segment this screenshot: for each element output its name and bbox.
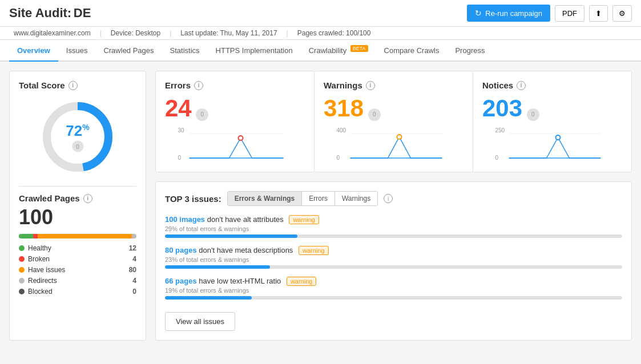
healthy-dot xyxy=(19,245,25,251)
divider xyxy=(19,186,136,187)
notices-chart: 250 0 xyxy=(482,127,622,163)
total-score-info-icon[interactable]: i xyxy=(68,81,78,90)
header: Site Audit: DE ↻ Re-run campaign PDF ⬆ ⚙ xyxy=(0,0,641,27)
bar-healthy xyxy=(19,234,33,238)
tab-crawled-pages[interactable]: Crawled Pages xyxy=(95,41,162,62)
bar-have-issues xyxy=(38,234,132,238)
crawled-pages-label: Crawled Pages xyxy=(19,193,80,203)
warnings-chart-svg: 400 0 xyxy=(324,127,463,161)
total-score-title: Total Score i xyxy=(19,80,136,90)
tab-errors-only[interactable]: Errors xyxy=(302,192,335,205)
svg-text:0: 0 xyxy=(178,155,182,161)
legend: Healthy 12 Broken 4 Have issues 80 xyxy=(19,244,136,296)
errors-info-icon[interactable]: i xyxy=(194,81,203,90)
tab-issues[interactable]: Issues xyxy=(58,41,96,62)
issue-3-bar-container xyxy=(165,296,622,300)
errors-card: Errors i 24 0 30 0 xyxy=(155,71,315,172)
svg-point-11 xyxy=(397,135,402,139)
notices-value: 203 xyxy=(482,95,522,122)
issue-2-bar xyxy=(165,265,270,269)
broken-count: 4 xyxy=(132,255,136,263)
svg-text:30: 30 xyxy=(178,127,185,134)
bar-redirects xyxy=(132,234,136,238)
site-audit-name: DE xyxy=(74,6,91,20)
blocked-label: Blocked xyxy=(28,288,53,296)
issue-2-desc: don't have meta descriptions xyxy=(199,246,293,254)
issue-3-bar xyxy=(165,296,252,300)
errors-value: 24 xyxy=(165,95,192,122)
crawled-pages-bar xyxy=(19,234,136,238)
issues-info-icon[interactable]: i xyxy=(384,194,393,203)
tab-compare-crawls[interactable]: Compare Crawls xyxy=(376,41,448,62)
warnings-chart: 400 0 xyxy=(324,127,463,163)
tab-warnings-only[interactable]: Warnings xyxy=(335,192,377,205)
donut-center: 72% 0 xyxy=(66,122,89,152)
issue-1-bar-container xyxy=(165,234,622,238)
notices-card: Notices i 203 0 250 0 xyxy=(473,71,632,172)
tab-overview[interactable]: Overview xyxy=(9,41,58,62)
have-issues-label: Have issues xyxy=(28,266,65,274)
legend-healthy: Healthy 12 xyxy=(19,244,136,252)
beta-badge: BETA xyxy=(350,45,368,52)
notices-label: Notices i xyxy=(482,80,622,90)
warnings-info-icon[interactable]: i xyxy=(366,81,375,90)
broken-label: Broken xyxy=(28,255,50,263)
blocked-dot xyxy=(19,289,25,294)
svg-text:0: 0 xyxy=(337,155,340,161)
legend-blocked: Blocked 0 xyxy=(19,288,136,296)
tab-crawlability[interactable]: Crawlability BETA xyxy=(301,40,376,62)
share-button[interactable]: ⬆ xyxy=(589,5,608,22)
redirects-count: 4 xyxy=(132,277,136,285)
settings-button[interactable]: ⚙ xyxy=(612,5,632,22)
notices-info-icon[interactable]: i xyxy=(517,81,526,90)
header-title: Site Audit: DE xyxy=(9,6,91,21)
issue-3-tag: warning xyxy=(287,277,317,286)
donut-chart: 72% 0 xyxy=(38,97,118,177)
last-update: Last update: Thu, May 11, 2017 xyxy=(176,29,281,37)
issue-2-bar-container xyxy=(165,265,622,269)
issue-1-title: 100 images don't have alt attributes war… xyxy=(165,215,622,224)
issue-3: 66 pages have low text-HTML ratio warnin… xyxy=(165,277,622,300)
errors-chart-svg: 30 0 xyxy=(165,127,305,161)
issue-1-link[interactable]: 100 images xyxy=(165,215,205,224)
errors-label: Errors i xyxy=(165,80,305,90)
blocked-count: 0 xyxy=(132,288,136,296)
svg-text:0: 0 xyxy=(495,155,499,161)
site-audit-label: Site Audit: xyxy=(9,6,71,20)
bar-broken xyxy=(33,234,38,238)
rerun-button[interactable]: ↻ Re-run campaign xyxy=(467,5,550,22)
total-score-label: Total Score xyxy=(19,80,65,90)
warnings-label: Warnings i xyxy=(324,80,463,90)
issues-header: TOP 3 issues: Errors & Warnings Errors W… xyxy=(165,191,622,206)
legend-redirects: Redirects 4 xyxy=(19,277,136,285)
crawled-pages-count: 100 xyxy=(19,205,136,229)
tab-progress[interactable]: Progress xyxy=(447,41,493,62)
warnings-value: 318 xyxy=(324,95,364,122)
tab-errors-warnings[interactable]: Errors & Warnings xyxy=(228,192,303,205)
left-panel: Total Score i 72% 0 Cr xyxy=(9,71,146,341)
issue-2-link[interactable]: 80 pages xyxy=(165,246,197,254)
issue-1-bar xyxy=(165,234,297,238)
issue-1-desc: don't have alt attributes xyxy=(207,215,284,224)
issue-1-sub: 29% of total errors & warnings xyxy=(165,225,622,232)
errors-chart: 30 0 xyxy=(165,127,305,163)
domain: www.digitalexaminer.com xyxy=(9,29,95,37)
tab-https[interactable]: HTTPS Implementation xyxy=(208,41,301,62)
tab-statistics[interactable]: Statistics xyxy=(162,41,208,62)
donut-chart-container: 72% 0 xyxy=(19,97,136,177)
svg-point-16 xyxy=(556,135,561,140)
notices-chart-svg: 250 0 xyxy=(482,127,622,161)
have-issues-dot xyxy=(19,267,25,273)
view-all-button[interactable]: View all issues xyxy=(165,312,235,331)
crawled-pages-title: Crawled Pages i xyxy=(19,193,136,203)
device: Device: Desktop xyxy=(106,29,165,37)
svg-text:400: 400 xyxy=(337,127,346,134)
issue-1-tag: warning xyxy=(289,215,319,224)
redirects-label: Redirects xyxy=(28,277,57,285)
issue-3-link[interactable]: 66 pages xyxy=(165,277,197,285)
pdf-button[interactable]: PDF xyxy=(555,5,584,22)
issues-tab-group: Errors & Warnings Errors Warnings xyxy=(227,191,378,206)
crawled-pages-info-icon[interactable]: i xyxy=(83,194,92,203)
metrics-row: Errors i 24 0 30 0 xyxy=(155,71,632,172)
healthy-label: Healthy xyxy=(28,244,51,252)
